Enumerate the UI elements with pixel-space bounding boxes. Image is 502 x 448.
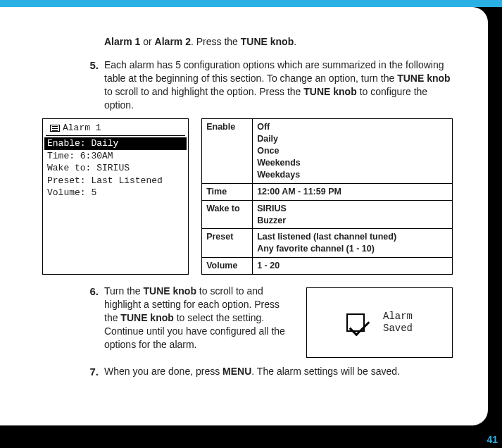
table-row: Time12:00 AM - 11:59 PM	[202, 183, 453, 200]
step-6: 6. Alarm Saved Turn the TUNE knob to scr…	[21, 285, 453, 358]
step-7: 7. When you are done, press MENU. The al…	[21, 365, 453, 379]
table-row: EnableOffDailyOnceWeekendsWeekdays	[202, 119, 453, 183]
lcd-row: Enable: Daily	[44, 137, 187, 150]
option-values: Last listened (last channel tuned)Any fa…	[253, 229, 453, 258]
table-row: Volume1 - 20	[202, 258, 453, 275]
option-name: Time	[202, 183, 253, 200]
intro-line: Alarm 1 or Alarm 2. Press the TUNE knob.	[104, 35, 453, 49]
option-value: SIRIUS	[257, 203, 448, 215]
intro-alarm2: Alarm 2	[155, 36, 191, 47]
option-value: Weekends	[257, 157, 448, 169]
option-values: OffDailyOnceWeekendsWeekdays	[253, 119, 453, 183]
alarm-saved-box: Alarm Saved	[306, 287, 453, 358]
option-name: Volume	[202, 258, 253, 275]
lcd-title: Alarm 1	[63, 122, 101, 135]
saved-line1: Alarm	[383, 311, 413, 322]
step-number: 6.	[83, 285, 104, 358]
lcd-row: Wake to: SIRIUS	[43, 162, 188, 175]
option-name: Enable	[202, 119, 253, 183]
intro-tune: TUNE knob	[241, 36, 294, 47]
step-body: When you are done, press MENU. The alarm…	[104, 365, 453, 379]
option-value: 12:00 AM - 11:59 PM	[257, 186, 448, 198]
lcd-preview: Alarm 1 Enable: DailyTime: 6:30AMWake to…	[42, 118, 189, 275]
option-value: Once	[257, 145, 448, 157]
step-body: Each alarm has 5 configuration options w…	[104, 58, 453, 112]
intro-alarm1: Alarm 1	[104, 36, 140, 47]
step-5: 5. Each alarm has 5 configuration option…	[21, 58, 453, 112]
page-number: 41	[487, 434, 498, 445]
options-table: EnableOffDailyOnceWeekendsWeekdaysTime12…	[201, 118, 453, 275]
option-values: 12:00 AM - 11:59 PM	[253, 183, 453, 200]
option-value: Daily	[257, 133, 448, 145]
lcd-row: Volume: 5	[43, 187, 188, 199]
table-row: Wake toSIRIUSBuzzer	[202, 200, 453, 229]
step-number: 7.	[83, 365, 104, 379]
option-name: Preset	[202, 229, 253, 258]
lcd-title-row: Alarm 1	[46, 120, 185, 136]
option-value: Buzzer	[257, 215, 448, 227]
table-row: PresetLast listened (last channel tuned)…	[202, 229, 453, 258]
step-body: Alarm Saved Turn the TUNE knob to scroll…	[104, 285, 453, 358]
check-icon	[346, 313, 365, 332]
option-values: 1 - 20	[253, 258, 453, 275]
config-panels: Alarm 1 Enable: DailyTime: 6:30AMWake to…	[42, 118, 453, 275]
option-value: Weekdays	[257, 169, 448, 181]
step-number: 5.	[83, 58, 104, 112]
list-icon	[50, 125, 60, 132]
saved-line2: Saved	[383, 323, 413, 334]
option-name: Wake to	[202, 200, 253, 229]
lcd-row: Time: 6:30AM	[43, 150, 188, 163]
header-accent-bar	[0, 0, 502, 7]
option-values: SIRIUSBuzzer	[253, 200, 453, 229]
option-value: Off	[257, 121, 448, 133]
option-value: Any favorite channel (1 - 10)	[257, 243, 448, 255]
lcd-row: Preset: Last Listened	[43, 175, 188, 187]
option-value: Last listened (last channel tuned)	[257, 231, 448, 243]
option-value: 1 - 20	[257, 260, 448, 272]
manual-page: Alarm 1 or Alarm 2. Press the TUNE knob.…	[0, 7, 488, 425]
